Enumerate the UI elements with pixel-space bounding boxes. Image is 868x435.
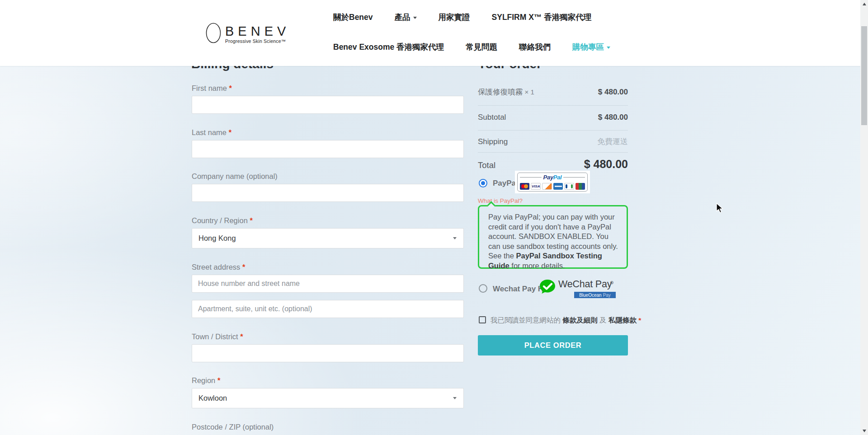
subtotal-label: Subtotal (478, 113, 506, 122)
first-name-input[interactable] (192, 96, 464, 114)
privacy-terms-link[interactable]: 私隱條款 (609, 316, 637, 324)
logo-tagline: Progressive Skin Science™ (225, 38, 290, 44)
postcode-label: Postcode / ZIP (optional) (192, 423, 274, 431)
terms-checkbox[interactable] (479, 316, 486, 323)
required-asterisk: * (229, 84, 232, 92)
mastercard-icon (520, 183, 529, 190)
required-asterisk: * (250, 216, 252, 225)
street-address-2-input[interactable] (192, 300, 464, 318)
required-asterisk: * (240, 332, 243, 341)
blueocean-pay-badge: BlueOceanPay (574, 292, 616, 298)
paypal-acceptance-mark: PayPal VISA (515, 171, 590, 193)
paypal-sandbox-notice: Pay via PayPal; you can pay with your cr… (478, 205, 628, 269)
required-asterisk: * (229, 128, 231, 136)
nav-item-faq[interactable]: 常見問題 (466, 42, 497, 52)
terms-conditions-link[interactable]: 條款及細則 (562, 316, 598, 324)
paypal-logo: PayPal (542, 174, 564, 181)
divider (478, 130, 628, 131)
order-item-price: $ 480.00 (598, 88, 628, 97)
nav-item-sylfirm-x[interactable]: SYLFIRM X™ 香港獨家代理 (492, 12, 592, 23)
subtotal-row: Subtotal $ 480.00 (478, 113, 628, 122)
nav-item-products[interactable]: 產品 (395, 12, 417, 23)
total-value: $ 480.00 (584, 158, 628, 171)
divider (478, 105, 628, 106)
total-row: Total $ 480.00 (478, 158, 628, 171)
wechat-pay-radio[interactable] (479, 284, 487, 293)
scrollbar-thumb[interactable] (861, 26, 867, 125)
street-address-input[interactable] (192, 275, 464, 293)
country-select-value: Hong Kong (198, 234, 236, 243)
company-name-input[interactable] (192, 184, 464, 202)
required-asterisk: * (638, 316, 641, 324)
divider (478, 152, 628, 153)
wechat-reg-mark-icon: ⊛ (610, 280, 613, 285)
logo-oval-icon (205, 23, 222, 44)
terms-text: 我已閱讀並同意網站的 條款及細則 及 私隱條款 * (491, 316, 631, 325)
region-label: Region * (192, 376, 220, 385)
nav-item-about-benev[interactable]: 關於Benev (333, 12, 373, 23)
town-district-input[interactable] (192, 344, 464, 362)
last-name-label: Last name * (192, 128, 231, 137)
what-is-paypal-link[interactable]: What is PayPal? (478, 197, 523, 204)
first-name-label: First name * (192, 84, 232, 93)
town-district-label: Town / District * (192, 332, 243, 341)
nav-item-shop[interactable]: 購物專區 (572, 42, 610, 52)
shipping-value: 免費運送 (597, 136, 628, 147)
nav-item-testimonials[interactable]: 用家實證 (439, 12, 470, 23)
total-label: Total (478, 160, 495, 170)
shipping-label: Shipping (478, 137, 508, 146)
unionpay-icon (576, 183, 585, 190)
last-name-input[interactable] (192, 140, 464, 158)
discover-icon (542, 183, 552, 190)
logo-name: BENEV (225, 24, 290, 38)
checkout-page: Billing details Your order BENEV Progres… (0, 0, 868, 435)
chevron-down-icon (607, 47, 610, 49)
jcb-icon (564, 183, 574, 190)
subtotal-value: $ 480.00 (598, 113, 628, 122)
required-asterisk: * (242, 263, 245, 271)
country-select[interactable]: Hong Kong (192, 228, 464, 248)
region-select[interactable]: Kowloon (192, 388, 464, 408)
scrollbar-up-arrow[interactable] (863, 3, 866, 5)
place-order-button[interactable]: PLACE ORDER (478, 335, 628, 355)
order-item-qty: × 1 (525, 88, 534, 96)
required-asterisk: * (217, 376, 220, 384)
mouse-cursor (716, 203, 726, 215)
scrollbar-down-arrow[interactable] (863, 430, 866, 432)
order-item-row: 保護修復噴霧 × 1 $ 480.00 (478, 87, 628, 97)
order-item-name: 保護修復噴霧 (478, 88, 523, 96)
visa-icon: VISA (531, 183, 541, 190)
chevron-down-icon (413, 17, 417, 19)
street-address-label: Street address * (192, 263, 245, 271)
country-region-label: Country / Region * (192, 216, 253, 225)
nav-item-benev-exosome[interactable]: Benev Exosome 香港獨家代理 (333, 42, 444, 52)
wechat-bubble-icon (539, 279, 556, 296)
company-name-label: Company name (optional) (192, 172, 278, 181)
paypal-radio[interactable] (479, 179, 487, 187)
shipping-row: Shipping 免費運送 (478, 136, 628, 147)
nav-item-contact-us[interactable]: 聯絡我們 (519, 42, 551, 52)
site-header: BENEV Progressive Skin Science™ 關於Benev … (0, 0, 868, 66)
select-caret-icon (453, 237, 457, 239)
select-caret-icon (453, 397, 457, 399)
wechat-pay-logo: WeChat Pay ⊛ BlueOceanPay (539, 276, 617, 299)
paypal-label[interactable]: PayPal (493, 179, 518, 188)
wechat-pay-wordmark: WeChat Pay (558, 279, 612, 290)
region-select-value: Kowloon (198, 394, 227, 402)
amex-icon (553, 183, 563, 190)
benev-logo[interactable]: BENEV Progressive Skin Science™ (205, 23, 290, 44)
